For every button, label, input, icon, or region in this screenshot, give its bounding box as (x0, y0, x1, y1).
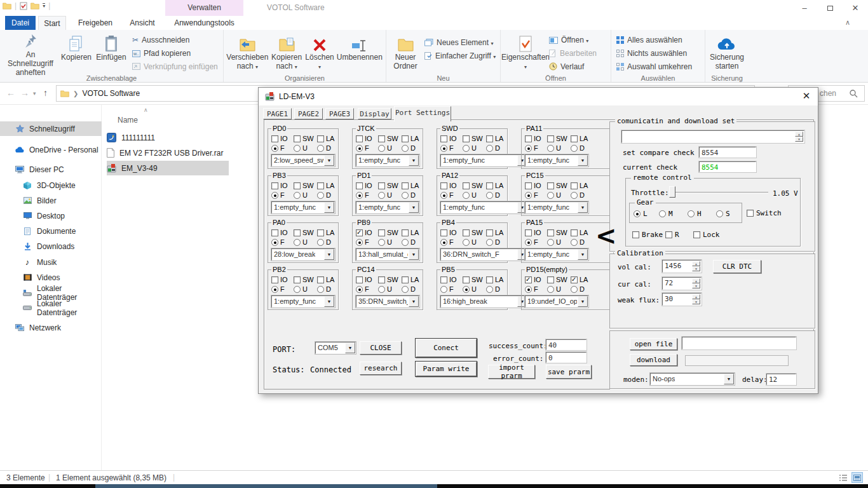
f-radio[interactable] (525, 192, 532, 199)
forward-icon[interactable]: → (20, 88, 29, 98)
io-checkbox[interactable] (525, 229, 532, 236)
la-checkbox[interactable] (486, 229, 493, 236)
open-file-input[interactable] (682, 337, 796, 349)
file-row[interactable]: EM V2 FT232R USB Driver.rar (107, 146, 253, 160)
sw-checkbox[interactable] (378, 182, 385, 189)
port-function-select[interactable]: 35:DRN_switch_D ▼ (356, 295, 419, 308)
rename-button[interactable]: Umbenennen (335, 32, 384, 73)
d-radio[interactable] (571, 286, 578, 293)
f-radio[interactable] (440, 239, 447, 246)
sw-checkbox[interactable] (378, 276, 385, 283)
sidebar-item-videos[interactable]: Videos (0, 270, 102, 285)
lock-option[interactable]: Lock (693, 231, 720, 239)
throttle-slider-thumb[interactable] (669, 186, 675, 198)
la-checkbox[interactable] (402, 276, 409, 283)
gear-s-option[interactable]: S (716, 210, 730, 218)
sw-checkbox[interactable] (294, 276, 301, 283)
sw-checkbox[interactable] (547, 229, 554, 236)
sidebar-item-pictures[interactable]: Bilder (0, 193, 102, 208)
d-radio[interactable] (571, 145, 578, 152)
up-icon[interactable]: ↑ (43, 88, 48, 98)
d-radio[interactable] (317, 192, 324, 199)
io-checkbox[interactable] (440, 276, 447, 283)
port-function-select[interactable]: 28:low_break ▼ (271, 248, 335, 261)
r-option[interactable]: R (665, 231, 679, 239)
comm-input[interactable]: ▲▼ (621, 130, 804, 143)
la-checkbox[interactable] (402, 135, 409, 142)
gear-l-option[interactable]: L (634, 210, 648, 218)
io-checkbox[interactable] (356, 135, 363, 142)
la-checkbox[interactable] (486, 182, 493, 189)
paste-shortcut-button[interactable]: Verknüpfung einfügen (132, 60, 218, 73)
sidebar-item-thispc[interactable]: Dieser PC (0, 162, 102, 177)
f-radio[interactable] (440, 145, 447, 152)
m-radio[interactable] (659, 210, 666, 217)
select-none-button[interactable]: Nichts auswählen (616, 47, 692, 60)
gear-h-option[interactable]: H (688, 210, 702, 218)
la-checkbox[interactable] (571, 229, 578, 236)
u-radio[interactable] (378, 239, 385, 246)
sw-checkbox[interactable] (378, 135, 385, 142)
paste-button[interactable]: Einfügen (94, 32, 128, 73)
tab-port-settings[interactable]: Port Settings (394, 106, 451, 121)
sidebar-item-quickaccess[interactable]: Schnellzugriff (0, 121, 102, 136)
r-checkbox[interactable] (665, 231, 672, 238)
tab-display[interactable]: Display (358, 108, 391, 119)
u-radio[interactable] (378, 192, 385, 199)
port-function-select[interactable]: 1:empty_func ▼ (440, 201, 528, 214)
delete-button[interactable]: Löschen▾ (305, 32, 335, 73)
u-radio[interactable] (463, 145, 470, 152)
la-checkbox[interactable] (317, 182, 324, 189)
d-radio[interactable] (317, 239, 324, 246)
close-button[interactable]: ✕ (843, 0, 868, 16)
new-folder-button[interactable]: Neuer Ordner (389, 32, 422, 73)
dialog-close-icon[interactable]: ✕ (799, 90, 814, 102)
weak-flux-field[interactable]: 30▲▼ (662, 293, 702, 306)
sidebar-item-desktop[interactable]: Desktop (0, 208, 102, 223)
sw-checkbox[interactable] (463, 135, 470, 142)
brake-option[interactable]: Brake (632, 231, 663, 239)
u-radio[interactable] (463, 239, 470, 246)
sidebar-item-downloads[interactable]: Downloads (0, 239, 102, 254)
port-function-select[interactable]: 1:empty_func ▼ (271, 295, 335, 308)
la-checkbox[interactable] (402, 229, 409, 236)
port-function-select[interactable]: 16:high_break ▼ (440, 295, 528, 308)
sw-checkbox[interactable] (294, 135, 301, 142)
port-function-select[interactable]: 1:empty_func ▼ (356, 201, 419, 214)
pin-to-quickaccess-button[interactable]: An Schnellzugriff anheften (3, 32, 58, 73)
d-radio[interactable] (317, 286, 324, 293)
port-function-select[interactable]: 1:empty_func ▼ (440, 154, 528, 166)
throttle-slider-track[interactable] (674, 192, 768, 193)
f-radio[interactable] (440, 286, 447, 293)
d-radio[interactable] (571, 239, 578, 246)
switch-option[interactable]: Switch (747, 209, 782, 217)
invert-selection-button[interactable]: Auswahl umkehren (616, 60, 692, 73)
f-radio[interactable] (271, 239, 278, 246)
tab-anwendungstools[interactable]: Anwendungstools (165, 16, 243, 30)
u-radio[interactable] (294, 192, 301, 199)
d-radio[interactable] (317, 145, 324, 152)
d-radio[interactable] (486, 239, 493, 246)
edit-button[interactable]: Bearbeiten (549, 47, 597, 60)
io-checkbox[interactable] (356, 229, 363, 236)
connect-button[interactable]: Conect (415, 338, 477, 358)
u-radio[interactable] (294, 286, 301, 293)
d-radio[interactable] (486, 286, 493, 293)
back-icon[interactable]: ← (6, 88, 15, 98)
la-checkbox[interactable] (571, 276, 578, 283)
u-radio[interactable] (463, 192, 470, 199)
brake-checkbox[interactable] (632, 231, 639, 238)
tab-start[interactable]: Start (38, 16, 66, 30)
f-radio[interactable] (356, 192, 363, 199)
io-checkbox[interactable] (356, 276, 363, 283)
tab-page3[interactable]: PAGE3 (325, 108, 354, 119)
port-function-select[interactable]: 1:empty_func ▼ (356, 154, 419, 166)
u-radio[interactable] (294, 145, 301, 152)
la-checkbox[interactable] (317, 135, 324, 142)
port-function-select[interactable]: 1:empty_func ▼ (525, 154, 588, 166)
la-checkbox[interactable] (317, 229, 324, 236)
save-param-button[interactable]: save prarm (546, 365, 592, 379)
minimize-button[interactable]: – (792, 0, 817, 16)
file-row[interactable]: 111111111 (107, 130, 253, 145)
spinner-icon[interactable]: ▲▼ (692, 294, 700, 304)
